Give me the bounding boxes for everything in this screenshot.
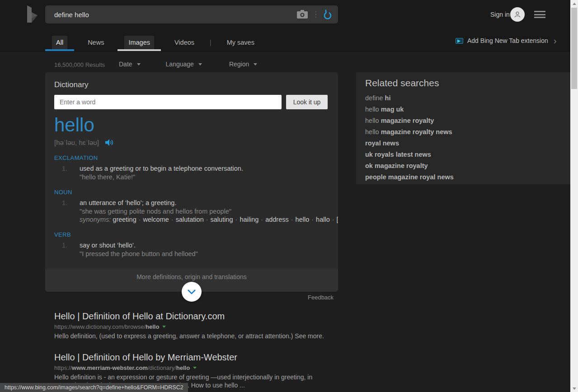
tab-divider: |: [210, 35, 211, 49]
search-bar: [45, 5, 338, 23]
scroll-down-arrow[interactable]: [570, 385, 578, 392]
related-part: hi: [385, 94, 391, 102]
filter-dropdown-date[interactable]: Date: [119, 61, 141, 68]
pronunciation-text: [həˈləʊ, hɛˈləʊ]: [54, 139, 99, 146]
tab-images[interactable]: Images: [117, 35, 161, 51]
scrollbar-thumb[interactable]: [571, 8, 577, 89]
avatar[interactable]: [510, 7, 525, 22]
dictionary-word: hello: [54, 114, 329, 135]
expand-button[interactable]: [182, 282, 202, 302]
definition-body: used as a greeting or to begin a telepho…: [80, 165, 329, 181]
related-search-item[interactable]: hello magazine royalty: [365, 115, 561, 126]
synonym-link[interactable]: [more]: [337, 216, 338, 223]
tab-label: All: [52, 36, 67, 49]
tab-label: My saves: [223, 36, 258, 49]
url-dropdown-icon[interactable]: [162, 326, 166, 328]
tab-news[interactable]: News: [77, 35, 115, 51]
related-part: uk royals latest news: [365, 151, 431, 158]
dots-divider-icon: [315, 11, 316, 18]
related-part: magazine royalty news: [381, 128, 452, 135]
search-icon[interactable]: [321, 7, 334, 22]
url-part: www.merriam-webster.com: [72, 364, 148, 371]
url-part: https://www.dictionary.com/browse/: [54, 323, 146, 330]
synonym-link[interactable]: salutation: [176, 216, 204, 223]
result-title[interactable]: Hello | Definition of Hello at Dictionar…: [54, 311, 335, 322]
bing-logo[interactable]: [24, 5, 40, 24]
part-of-speech-heading: EXCLAMATION: [54, 154, 329, 161]
definition-number: 1.: [62, 199, 72, 223]
synonym-link[interactable]: hailing: [240, 216, 258, 223]
url-part: https://: [54, 364, 72, 371]
synonym-link[interactable]: greeting: [113, 216, 136, 223]
dictionary-sections: EXCLAMATION1.used as a greeting or to be…: [54, 154, 329, 257]
dot-separator: ·: [289, 216, 296, 223]
definition-example: "I pressed the phone button and helloed": [80, 250, 329, 257]
related-search-item[interactable]: hello magazine royalty news: [365, 126, 561, 138]
definition-body: an utterance of ‘hello’; a greeting."she…: [80, 199, 338, 223]
extension-promo[interactable]: Add Bing New Tab extension ›: [456, 37, 557, 44]
extension-promo-label: Add Bing New Tab extension: [467, 37, 548, 44]
search-input[interactable]: [45, 5, 295, 23]
related-searches-title: Related searches: [365, 78, 561, 89]
tab-my-saves[interactable]: My saves: [216, 35, 265, 51]
definition-text: say or shout ‘hello’.: [80, 242, 329, 249]
dot-separator: ·: [309, 216, 316, 223]
look-it-up-button[interactable]: Look it up: [286, 95, 328, 109]
filter-dropdown-language[interactable]: Language: [166, 61, 202, 68]
synonym-link[interactable]: address: [265, 216, 289, 223]
bing-serp-page: Sign in AllNewsImagesVideos|My saves Add…: [0, 0, 578, 392]
camera-icon[interactable]: [295, 9, 310, 20]
related-part: ok magazine royalty: [365, 162, 428, 169]
related-search-item[interactable]: royal news: [365, 138, 561, 149]
tab-videos[interactable]: Videos: [164, 35, 205, 51]
person-icon: [512, 9, 522, 19]
result-title[interactable]: Hello | Definition of Hello by Merriam-W…: [54, 352, 335, 363]
related-part: hello: [365, 117, 381, 124]
header: Sign in AllNewsImagesVideos|My saves Add…: [0, 0, 570, 51]
related-search-item[interactable]: uk royals latest news: [365, 149, 561, 160]
scroll-up-arrow[interactable]: [570, 0, 578, 7]
dot-separator: ·: [258, 216, 265, 223]
tab-all[interactable]: All: [45, 35, 74, 51]
dictionary-word-input[interactable]: [54, 95, 282, 109]
related-part: define: [365, 94, 385, 102]
hamburger-menu-icon[interactable]: [534, 11, 545, 18]
definition-item: 1.an utterance of ‘hello’; a greeting."s…: [54, 199, 329, 223]
result-snippet: Hello definition, (used to express a gre…: [54, 332, 335, 341]
synonym-link[interactable]: hallo: [316, 216, 330, 223]
result-url: https://www.dictionary.com/browse/hello: [54, 323, 335, 330]
tab-label: Videos: [170, 36, 198, 49]
part-of-speech-heading: VERB: [54, 231, 329, 238]
feedback-link[interactable]: Feedback: [308, 294, 334, 301]
definition-text: used as a greeting or to begin a telepho…: [80, 165, 329, 172]
filter-dropdowns: DateLanguageRegion: [119, 61, 282, 68]
speaker-icon[interactable]: [105, 139, 115, 146]
search-result: Hello | Definition of Hello at Dictionar…: [54, 311, 335, 341]
tab-label: Images: [124, 36, 154, 49]
dot-separator: ·: [233, 216, 240, 223]
dictionary-form: Look it up: [54, 95, 329, 109]
related-search-item[interactable]: ok magazine royalty: [365, 160, 561, 172]
caret-down-icon: [254, 63, 257, 65]
synonym-link[interactable]: welcome: [143, 216, 169, 223]
search-tabs: AllNewsImagesVideos|My saves: [45, 35, 268, 51]
caret-down-icon: [137, 63, 141, 65]
chevron-right-icon: ›: [554, 37, 557, 44]
url-part: /dictionary/: [148, 364, 176, 371]
search-results: Hello | Definition of Hello at Dictionar…: [54, 311, 335, 392]
dictionary-title: Dictionary: [54, 80, 329, 89]
synonym-link[interactable]: hello: [296, 216, 310, 223]
related-part: magazine royalty: [381, 117, 434, 124]
filter-dropdown-region[interactable]: Region: [229, 61, 257, 68]
synonym-link[interactable]: saluting: [211, 216, 233, 223]
sign-in-link[interactable]: Sign in: [490, 11, 510, 18]
related-search-item[interactable]: define hi: [365, 93, 561, 104]
url-dropdown-icon[interactable]: [193, 367, 197, 369]
definition-body: say or shout ‘hello’."I pressed the phon…: [80, 242, 329, 257]
definition-text: an utterance of ‘hello’; a greeting.: [80, 199, 338, 206]
status-bar-url: https://www.bing.com/images/search?q=def…: [0, 383, 188, 392]
definition-number: 1.: [62, 165, 72, 181]
related-list: define hihello mag ukhello magazine roya…: [365, 93, 561, 183]
related-search-item[interactable]: hello mag uk: [365, 104, 561, 115]
related-search-item[interactable]: people magazine royal news: [365, 172, 561, 183]
